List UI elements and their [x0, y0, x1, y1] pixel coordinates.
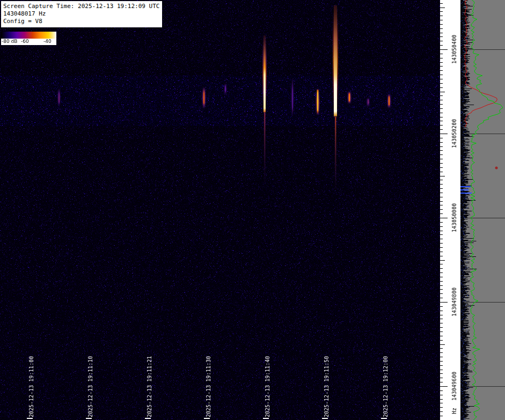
time-label-5: 2025-12-13 19:11:40: [265, 356, 270, 417]
time-tick-2: [86, 418, 92, 419]
capture-frequency-text: 143048017 Hz: [3, 10, 159, 18]
legend-mid-label: -60: [21, 39, 29, 44]
time-label-7: 2025-12-13 19:12:00: [383, 356, 389, 417]
spectrogram-waterfall: [0, 0, 440, 420]
freq-label-1: 143050400: [451, 35, 457, 64]
spectrum-graph-panel: [460, 0, 505, 420]
time-label-3: 2025-12-13 19:11:21: [147, 356, 152, 417]
freq-label-4: 143049800: [451, 288, 457, 316]
time-tick-1: [27, 418, 33, 419]
capture-time-text: Screen Capture Time: 2025-12-13 19:12:09…: [3, 3, 159, 10]
time-label-6: 2025-12-13 19:11:50: [324, 356, 330, 417]
color-scale-labels: -80 dB -60 -40: [1, 39, 56, 45]
color-scale-gradient: [1, 32, 56, 39]
config-text: Config = V8: [3, 18, 159, 25]
freq-label-3: 143050000: [451, 203, 457, 232]
legend-max-label: -40: [43, 39, 52, 44]
spectrum-lab-capture-window: Screen Capture Time: 2025-12-13 19:12:09…: [0, 0, 505, 420]
time-label-2: 2025-12-13 19:11:10: [87, 356, 93, 417]
legend-min-label: -80 dB: [2, 39, 17, 44]
freq-label-2: 143050200: [451, 119, 457, 148]
time-tick-5: [263, 418, 269, 419]
time-label-1: 2025-12-13 19:11:00: [28, 356, 34, 417]
time-tick-7: [381, 418, 387, 419]
frequency-axis-tick-strip: [440, 0, 460, 420]
freq-label-5: 143049600: [451, 372, 457, 401]
time-tick-3: [145, 418, 151, 419]
capture-info-box: Screen Capture Time: 2025-12-13 19:12:09…: [1, 1, 162, 27]
time-label-4: 2025-12-13 19:11:30: [206, 356, 211, 417]
color-scale-legend: -80 dB -60 -40: [1, 32, 56, 45]
time-tick-4: [204, 418, 210, 419]
freq-unit-label: Hz: [451, 408, 457, 414]
time-tick-6: [322, 418, 328, 419]
